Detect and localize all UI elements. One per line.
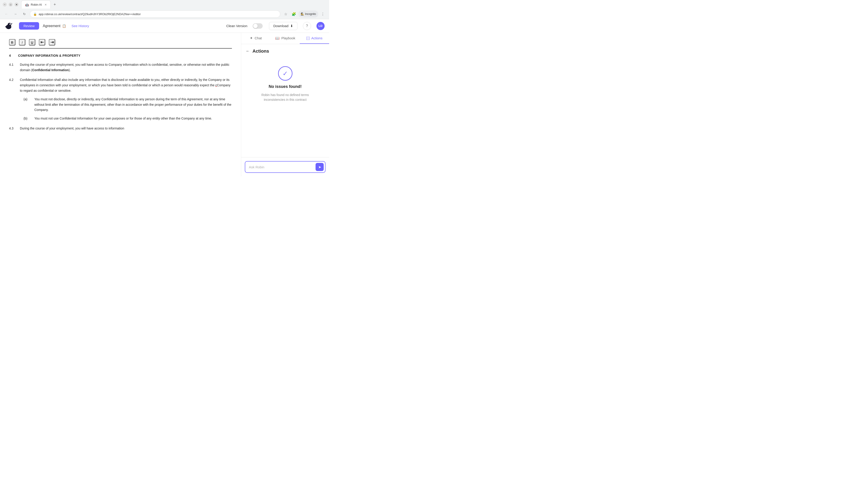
checkmark-symbol: ✓ bbox=[283, 70, 288, 77]
check-circle-icon: ✓ bbox=[278, 66, 292, 80]
sub-clause-a: (a) You must not disclose, directly or i… bbox=[24, 97, 232, 113]
forward-button[interactable]: → bbox=[12, 10, 19, 18]
actions-tab-icon: [ ] bbox=[307, 36, 309, 40]
bookmark-button[interactable]: ☆ bbox=[282, 10, 289, 18]
sub-clause-b-label: (b) bbox=[24, 116, 31, 121]
app-logo[interactable] bbox=[4, 22, 13, 30]
actions-tab[interactable]: [ ] Actions bbox=[300, 33, 329, 44]
document-editor[interactable]: B I U ⇤ ⇥ 4 COMPANY INFORMATION & PROPER… bbox=[0, 33, 241, 176]
actions-tab-label: Actions bbox=[311, 36, 322, 40]
clause-4-3-text: During the course of your employment, yo… bbox=[20, 126, 124, 131]
clause-4-1-num: 4.1 bbox=[9, 62, 16, 73]
indent-button[interactable]: ⇥ bbox=[49, 39, 55, 45]
main-content: B I U ⇤ ⇥ 4 COMPANY INFORMATION & PROPER… bbox=[0, 33, 329, 176]
actions-title: Actions bbox=[252, 48, 269, 54]
send-icon: ➤ bbox=[318, 165, 321, 169]
clause-4-2: 4.2 Confidential Information shall also … bbox=[9, 77, 232, 121]
minimize-button[interactable]: − bbox=[3, 2, 7, 6]
clean-version-toggle[interactable] bbox=[253, 23, 263, 29]
panel-body: ← Actions ✓ No issues found! Robin has f… bbox=[241, 44, 329, 176]
close-button[interactable]: ✕ bbox=[14, 2, 19, 6]
playbook-tab[interactable]: 📖 Playbook bbox=[271, 33, 300, 44]
incognito-icon: 🕵️ bbox=[301, 12, 304, 15]
playbook-tab-label: Playbook bbox=[281, 36, 296, 40]
new-tab-button[interactable]: + bbox=[52, 1, 58, 8]
document-content: 4 COMPANY INFORMATION & PROPERTY 4.1 Dur… bbox=[9, 53, 232, 131]
editor-toolbar: B I U ⇤ ⇥ bbox=[9, 37, 232, 48]
extensions-button[interactable]: 🧩 bbox=[290, 10, 298, 18]
sub-clause-b: (b) You must not use Confidential Inform… bbox=[24, 116, 232, 121]
right-panel: ✦ Chat 📖 Playbook [ ] Actions ← Actions bbox=[241, 33, 329, 176]
secure-icon: 🔒 bbox=[33, 12, 37, 16]
no-issues-container: ✓ No issues found! Robin has found no de… bbox=[241, 54, 329, 115]
user-initials: LD bbox=[318, 24, 322, 28]
see-history-button[interactable]: See History bbox=[70, 23, 91, 29]
chat-tab-label: Chat bbox=[254, 36, 262, 40]
section-4-num: 4 bbox=[9, 53, 14, 59]
browser-chrome: − □ ✕ 🤖 Robin AI ✕ + ← → ↻ 🔒 app.robinai… bbox=[0, 0, 329, 19]
panel-tabs: ✦ Chat 📖 Playbook [ ] Actions bbox=[241, 33, 329, 44]
title-bar: − □ ✕ 🤖 Robin AI ✕ + bbox=[0, 0, 329, 9]
agreement-label: Agreement bbox=[43, 24, 60, 28]
sub-clause-b-text: You must not use Confidential Informatio… bbox=[34, 116, 212, 121]
download-icon: ⬇ bbox=[290, 24, 293, 28]
menu-button[interactable]: ⋮ bbox=[319, 10, 327, 18]
tab-bar: 🤖 Robin AI ✕ + bbox=[21, 0, 327, 8]
clause-4-2-text: Confidential Information shall also incl… bbox=[20, 78, 230, 92]
dedent-button[interactable]: ⇤ bbox=[39, 39, 45, 45]
download-button[interactable]: Download ⬇ bbox=[269, 22, 298, 30]
underlined-c: c bbox=[215, 84, 217, 87]
clause-4-3: 4.3 During the course of your employment… bbox=[9, 126, 232, 131]
clean-version-label: Clean Version bbox=[226, 24, 247, 28]
active-tab[interactable]: 🤖 Robin AI ✕ bbox=[21, 0, 51, 8]
toggle-thumb bbox=[253, 24, 258, 28]
agreement-section[interactable]: Agreement 📋 bbox=[43, 24, 66, 28]
bold-button[interactable]: B bbox=[9, 39, 16, 45]
incognito-indicator: 🕵️ Incognito bbox=[298, 10, 318, 18]
chat-tab[interactable]: ✦ Chat bbox=[241, 33, 271, 44]
help-button[interactable]: ? bbox=[303, 22, 311, 30]
panel-spacer bbox=[241, 115, 329, 157]
download-label: Download bbox=[273, 24, 288, 28]
no-issues-subtitle: Robin has found no defined termsinconsis… bbox=[261, 93, 309, 102]
document-icon: 📋 bbox=[62, 24, 66, 28]
review-button[interactable]: Review bbox=[19, 22, 39, 30]
user-avatar[interactable]: LD bbox=[316, 22, 324, 30]
back-button[interactable]: ← bbox=[3, 10, 10, 18]
confidential-info-term: Confidential Information bbox=[32, 68, 69, 72]
address-actions: ☆ 🧩 🕵️ Incognito ⋮ bbox=[282, 10, 327, 18]
sub-clause-a-label: (a) bbox=[24, 97, 31, 113]
ask-robin-input[interactable] bbox=[245, 161, 326, 173]
incognito-label: Incognito bbox=[305, 12, 316, 15]
playbook-tab-icon: 📖 bbox=[275, 36, 280, 40]
window-controls: − □ ✕ bbox=[3, 2, 19, 6]
refresh-button[interactable]: ↻ bbox=[21, 10, 28, 18]
send-button[interactable]: ➤ bbox=[315, 163, 324, 171]
clause-4-2-num: 4.2 bbox=[9, 77, 16, 121]
tab-favicon: 🤖 bbox=[25, 3, 29, 6]
app-container: Review Agreement 📋 See History Clean Ver… bbox=[0, 19, 329, 176]
maximize-button[interactable]: □ bbox=[8, 2, 13, 6]
url-bar[interactable]: 🔒 app.robinai.co.uk/review/contract/Q29u… bbox=[30, 10, 280, 18]
robin-logo-icon bbox=[4, 22, 13, 30]
section-4-heading: COMPANY INFORMATION & PROPERTY bbox=[18, 53, 81, 59]
address-bar: ← → ↻ 🔒 app.robinai.co.uk/review/contrac… bbox=[0, 9, 329, 19]
clause-4-1-text: During the course of your employment, yo… bbox=[20, 62, 232, 73]
ask-robin-wrapper: ➤ bbox=[245, 161, 326, 173]
clause-4-2-content: Confidential Information shall also incl… bbox=[20, 77, 232, 121]
tab-close-icon[interactable]: ✕ bbox=[44, 3, 47, 6]
app-header: Review Agreement 📋 See History Clean Ver… bbox=[0, 19, 329, 33]
section-4-title: 4 COMPANY INFORMATION & PROPERTY bbox=[9, 53, 232, 59]
underline-button[interactable]: U bbox=[29, 39, 35, 45]
back-arrow-icon[interactable]: ← bbox=[246, 49, 250, 54]
chat-tab-icon: ✦ bbox=[250, 36, 253, 40]
sub-clause-a-text: You must not disclose, directly or indir… bbox=[34, 97, 232, 113]
tab-title: Robin AI bbox=[31, 3, 42, 6]
clause-4-3-num: 4.3 bbox=[9, 126, 16, 131]
no-issues-title: No issues found! bbox=[269, 84, 302, 89]
url-text: app.robinai.co.uk/review/contract/Q29udH… bbox=[39, 12, 277, 16]
actions-header: ← Actions bbox=[241, 44, 329, 54]
italic-button[interactable]: I bbox=[19, 39, 25, 45]
ask-robin-area: ➤ bbox=[241, 157, 329, 176]
clause-4-1: 4.1 During the course of your employment… bbox=[9, 62, 232, 73]
